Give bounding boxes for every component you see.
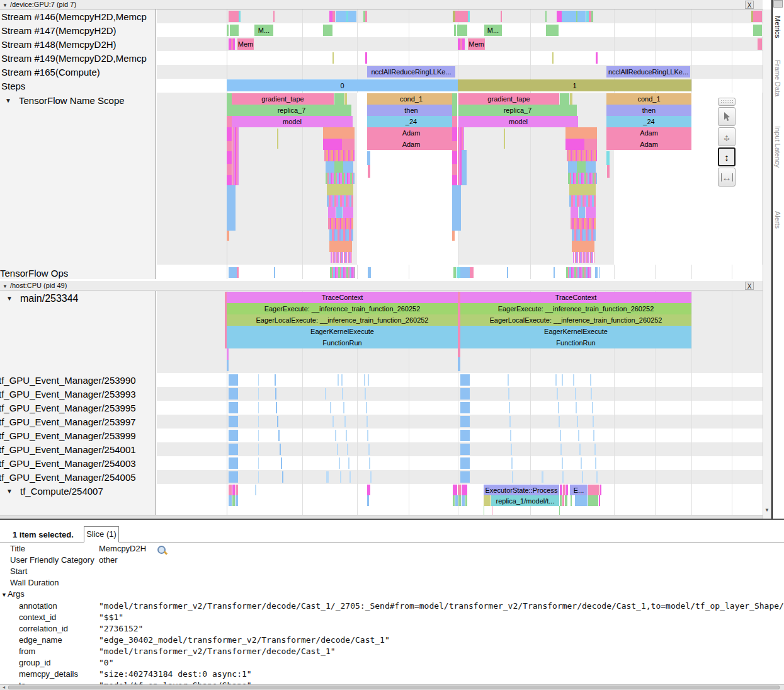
trace-event-bar[interactable] xyxy=(458,348,460,357)
trace-event-bar[interactable] xyxy=(575,388,576,400)
trace-event-bar[interactable] xyxy=(555,374,557,386)
trace-event-bar[interactable] xyxy=(565,127,597,139)
trace-event-bar[interactable] xyxy=(606,151,610,165)
trace-event-bar[interactable] xyxy=(452,231,455,241)
trace-event-bar[interactable] xyxy=(365,388,366,400)
pan-tool-button[interactable]: ↔↕ xyxy=(718,127,736,146)
scroll-down-arrow-icon[interactable]: ▼ xyxy=(764,507,770,513)
trace-event-bar[interactable] xyxy=(501,11,502,22)
trace-event-bar[interactable] xyxy=(568,173,597,184)
trace-event-bar[interactable] xyxy=(576,402,577,413)
trace-event-bar[interactable] xyxy=(367,151,370,165)
trace-event-bar[interactable] xyxy=(599,495,600,506)
trace-event-bar[interactable] xyxy=(470,267,474,278)
trace-event-bar[interactable] xyxy=(582,471,583,483)
trace-event-bar[interactable] xyxy=(335,430,336,441)
trace-event-bar[interactable] xyxy=(562,11,576,22)
trace-event-bar[interactable] xyxy=(255,485,256,495)
trace-event-bar[interactable]: M... xyxy=(484,25,502,36)
trace-event-bar[interactable] xyxy=(366,416,368,427)
trace-event-bar[interactable] xyxy=(565,485,568,495)
trace-event-bar[interactable] xyxy=(560,430,561,441)
trace-event-bar[interactable] xyxy=(331,252,352,263)
trace-event-bar[interactable] xyxy=(227,360,229,371)
trace-event-bar[interactable] xyxy=(227,151,232,164)
trace-event-bar[interactable] xyxy=(334,161,343,173)
gpu-section-close-button[interactable]: X xyxy=(745,1,754,9)
trace-event-bar[interactable] xyxy=(458,357,460,371)
trace-event-bar[interactable] xyxy=(552,52,554,64)
trace-event-bar[interactable] xyxy=(559,416,560,427)
trace-event-bar[interactable] xyxy=(365,52,367,64)
trace-event-bar[interactable] xyxy=(229,457,238,469)
trace-event-bar[interactable] xyxy=(458,495,461,506)
trace-event-bar[interactable] xyxy=(323,139,342,150)
trace-event-bar[interactable] xyxy=(258,430,259,441)
trace-event-bar[interactable] xyxy=(460,416,470,427)
trace-event-bar[interactable] xyxy=(452,164,457,175)
trace-event-bar[interactable] xyxy=(512,471,513,483)
trace-event-bar[interactable] xyxy=(326,161,334,173)
trace-event-bar[interactable] xyxy=(594,444,596,455)
trace-event-bar[interactable] xyxy=(227,231,229,241)
trace-event-bar[interactable]: gradient_tape xyxy=(458,93,559,105)
trace-event-bar[interactable]: 1 xyxy=(458,79,691,91)
trace-event-bar[interactable] xyxy=(330,402,331,413)
trace-event-bar[interactable] xyxy=(457,25,467,36)
trace-event-bar[interactable] xyxy=(460,388,470,400)
trace-event-bar[interactable] xyxy=(595,267,598,278)
trace-event-bar[interactable] xyxy=(366,402,367,413)
collapse-triangle-icon[interactable]: ▼ xyxy=(5,97,11,104)
trace-event-bar[interactable] xyxy=(565,495,567,506)
trace-event-bar[interactable] xyxy=(258,402,259,413)
trace-event-bar[interactable] xyxy=(566,267,591,278)
trace-event-bar[interactable] xyxy=(258,416,259,427)
trace-event-bar[interactable] xyxy=(232,127,239,185)
trace-event-bar[interactable] xyxy=(590,374,591,386)
trace-event-bar[interactable]: gradient_tape xyxy=(232,93,334,105)
tab-slice[interactable]: Slice (1) xyxy=(84,526,119,543)
trace-event-bar[interactable] xyxy=(462,38,465,50)
trace-event-bar[interactable]: replica_7 xyxy=(458,105,577,116)
trace-event-bar[interactable] xyxy=(229,444,238,455)
trace-event-bar[interactable] xyxy=(596,471,598,483)
side-tab-alerts[interactable]: Alerts xyxy=(774,211,781,229)
trace-event-bar[interactable] xyxy=(227,141,232,151)
trace-event-bar[interactable] xyxy=(579,444,581,455)
trace-event-bar[interactable] xyxy=(364,374,365,386)
trace-event-bar[interactable]: ExecutorState::Process xyxy=(484,485,559,495)
trace-event-bar[interactable] xyxy=(504,129,505,149)
trace-event-bar[interactable] xyxy=(227,175,232,185)
trace-event-bar[interactable] xyxy=(368,267,371,278)
trace-event-bar[interactable] xyxy=(327,184,353,195)
trace-event-bar[interactable] xyxy=(586,161,596,173)
selection-tool-button[interactable] xyxy=(718,107,736,126)
trace-event-bar[interactable] xyxy=(332,52,334,64)
trace-event-bar[interactable] xyxy=(342,139,355,150)
trace-event-bar[interactable] xyxy=(230,25,239,36)
trace-event-bar[interactable] xyxy=(573,252,594,263)
trace-event-bar[interactable] xyxy=(343,207,353,218)
trace-event-bar[interactable] xyxy=(233,38,235,50)
magnifier-icon[interactable] xyxy=(157,546,166,554)
trace-event-bar[interactable] xyxy=(280,444,281,455)
trace-event-bar[interactable] xyxy=(237,267,239,278)
trace-event-bar[interactable] xyxy=(326,471,329,483)
trace-event-bar[interactable] xyxy=(342,388,343,400)
trace-event-bar[interactable] xyxy=(347,444,348,455)
trace-event-bar[interactable] xyxy=(368,444,370,455)
horizontal-timing-tool-button[interactable]: ↔ xyxy=(718,168,736,187)
trace-event-bar[interactable] xyxy=(509,402,510,413)
side-tab-input-latency[interactable]: Input Latency xyxy=(774,126,781,168)
trace-event-bar[interactable] xyxy=(571,218,596,229)
trace-event-bar[interactable] xyxy=(227,348,229,360)
trace-event-bar[interactable]: Mem xyxy=(468,38,485,50)
trace-event-bar[interactable] xyxy=(281,457,282,469)
trace-event-bar[interactable] xyxy=(227,164,232,175)
trace-event-bar[interactable] xyxy=(462,150,467,185)
trace-event-bar[interactable] xyxy=(452,141,457,151)
trace-event-bar[interactable] xyxy=(329,241,352,252)
trace-event-bar[interactable] xyxy=(336,11,346,22)
collapse-triangle-icon[interactable]: ▼ xyxy=(6,488,13,495)
trace-event-bar[interactable] xyxy=(577,11,586,22)
